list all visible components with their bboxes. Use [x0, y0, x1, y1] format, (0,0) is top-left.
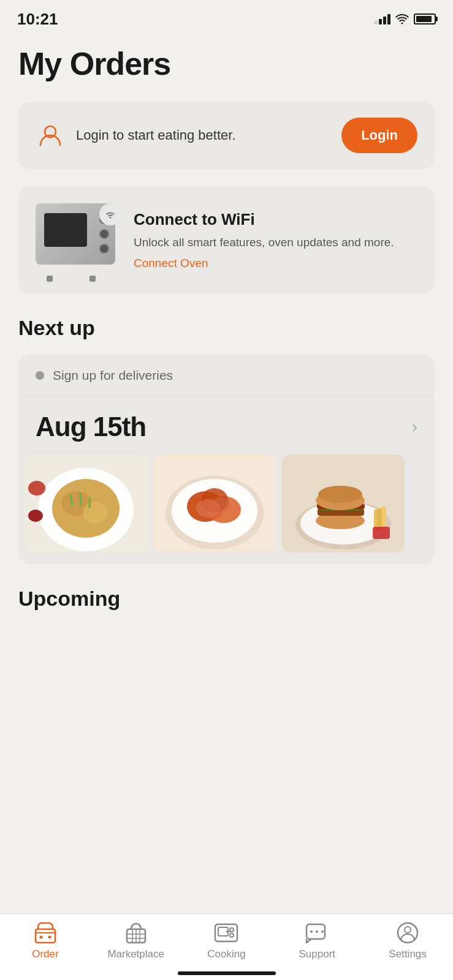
delivery-date: Aug 15th: [36, 412, 146, 442]
nav-label-support: Support: [299, 948, 336, 960]
wifi-status-icon: [395, 14, 409, 24]
battery-icon: [414, 13, 436, 24]
support-icon: [303, 921, 330, 944]
bottom-nav: Order Marketplace: [0, 913, 453, 980]
svg-point-34: [39, 936, 42, 939]
settings-icon: [394, 921, 421, 944]
signup-text: Sign up for deliveries: [53, 368, 173, 383]
svg-point-46: [321, 930, 324, 933]
marketplace-icon: [123, 921, 150, 944]
home-indicator: [178, 971, 276, 975]
svg-point-41: [229, 931, 231, 933]
status-icons: [375, 13, 436, 24]
food-image-3: [282, 454, 405, 552]
signal-icon: [375, 13, 390, 24]
svg-point-40: [230, 933, 234, 937]
next-up-section-title: Next up: [18, 316, 435, 340]
login-card: Login to start eating better. Login: [18, 102, 435, 169]
food-images-row: [18, 454, 435, 565]
wifi-card: Connect to WiFi Unlock all smart feature…: [18, 186, 435, 294]
svg-point-6: [83, 502, 107, 524]
order-icon: [32, 921, 59, 944]
connect-oven-link[interactable]: Connect Oven: [134, 257, 208, 270]
nav-label-cooking: Cooking: [207, 948, 245, 960]
nav-item-support[interactable]: Support: [280, 921, 354, 960]
wifi-card-title: Connect to WiFi: [134, 210, 417, 229]
svg-point-42: [226, 931, 228, 933]
status-bar: 10:21: [0, 0, 453, 33]
nav-item-settings[interactable]: Settings: [371, 921, 444, 960]
cooking-icon: [213, 921, 240, 944]
nav-label-settings: Settings: [389, 948, 426, 960]
user-icon: [36, 121, 65, 150]
nav-label-marketplace: Marketplace: [107, 948, 164, 960]
svg-point-19: [211, 497, 230, 512]
svg-point-45: [316, 930, 318, 933]
food-image-2: [153, 454, 276, 552]
nav-label-order: Order: [32, 948, 58, 960]
login-button[interactable]: Login: [341, 118, 417, 153]
svg-rect-32: [373, 527, 390, 539]
page-content: My Orders Login to start eating better. …: [0, 33, 453, 611]
delivery-card: Sign up for deliveries Aug 15th ›: [18, 355, 435, 565]
svg-point-11: [28, 510, 43, 522]
login-card-left: Login to start eating better.: [36, 121, 236, 150]
chevron-right-icon: ›: [412, 417, 417, 437]
delivery-date-row[interactable]: Aug 15th ›: [18, 397, 435, 454]
upcoming-section-title: Upcoming: [18, 587, 435, 611]
wifi-card-description: Unlock all smart features, oven updates …: [134, 234, 417, 251]
svg-point-10: [28, 481, 45, 496]
wifi-badge-icon: [99, 203, 121, 225]
nav-item-cooking[interactable]: Cooking: [189, 921, 263, 960]
wifi-card-text: Connect to WiFi Unlock all smart feature…: [134, 210, 417, 271]
delivery-signup-row: Sign up for deliveries: [18, 355, 435, 397]
svg-rect-33: [36, 929, 55, 943]
food-image-1: [25, 454, 147, 552]
oven-image: [36, 203, 121, 277]
upcoming-section: Upcoming: [18, 587, 435, 611]
page-title: My Orders: [18, 45, 435, 82]
signup-dot-indicator: [36, 371, 44, 380]
svg-point-44: [310, 930, 313, 933]
nav-item-marketplace[interactable]: Marketplace: [99, 921, 173, 960]
svg-point-35: [48, 936, 51, 939]
nav-item-order[interactable]: Order: [9, 921, 82, 960]
status-time: 10:21: [17, 10, 58, 29]
login-prompt-text: Login to start eating better.: [76, 127, 236, 143]
svg-point-48: [405, 927, 411, 933]
svg-point-28: [318, 486, 362, 503]
